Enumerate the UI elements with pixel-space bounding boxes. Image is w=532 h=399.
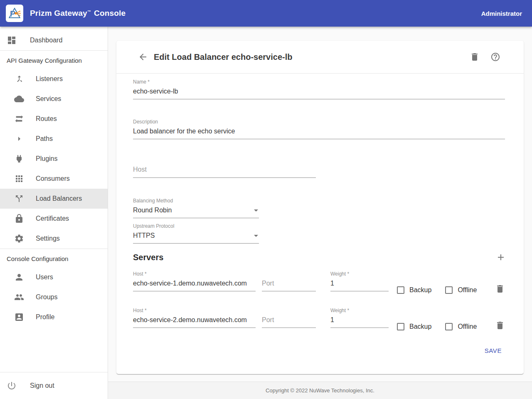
sidebar-item-label: Paths [36, 135, 53, 143]
backup-label: Backup [409, 286, 431, 294]
server-weight-label: Weight * [330, 271, 389, 277]
account-box-icon [14, 312, 24, 322]
sidebar-item-settings[interactable]: Settings [0, 229, 108, 249]
apps-grid-icon [14, 174, 24, 184]
server-row: Host * Weight * Backup [133, 271, 505, 291]
server-host-input[interactable] [133, 315, 256, 328]
gear-icon [14, 234, 24, 244]
sidebar-item-load-balancers[interactable]: Load Balancers [0, 189, 108, 209]
sidebar-item-label: Profile [36, 313, 54, 321]
server-row: Host * Weight * Backup [133, 308, 505, 328]
server-host-group: Host * [133, 308, 256, 328]
top-app-bar: P Prizm Gateway™Console Administrator [0, 0, 532, 27]
offline-checkbox[interactable] [445, 286, 453, 294]
sidebar-item-profile[interactable]: Profile [0, 307, 108, 327]
page-title: Edit Load Balancer echo-service-lb [154, 52, 470, 62]
sidebar-item-consumers[interactable]: Consumers [0, 169, 108, 189]
sidebar-item-label: Groups [36, 293, 57, 301]
sidebar-item-paths[interactable]: Paths [0, 129, 108, 149]
help-icon[interactable] [490, 52, 500, 62]
sidebar-item-certificates[interactable]: Certificates [0, 209, 108, 229]
cloud-icon [14, 94, 24, 104]
offline-checkbox-group: Offline [445, 286, 477, 294]
host-input[interactable] [133, 164, 316, 178]
sidebar-item-label: Settings [36, 235, 60, 242]
servers-section-header: Servers [133, 250, 505, 264]
sidebar-nav: Dashboard API Gateway Configuration List… [0, 27, 108, 399]
host-field-group [133, 164, 316, 178]
sidebar-item-dashboard[interactable]: Dashboard [0, 30, 108, 50]
offline-checkbox[interactable] [445, 323, 453, 330]
plug-icon [14, 154, 24, 164]
delete-server-icon[interactable] [495, 320, 505, 330]
copyright-text: Copyright © 2022 NuWave Technologies, In… [266, 387, 374, 394]
server-port-input[interactable] [262, 278, 316, 291]
backup-checkbox[interactable] [397, 323, 404, 330]
copyright-footer: Copyright © 2022 NuWave Technologies, In… [108, 382, 532, 399]
name-input[interactable] [133, 86, 505, 99]
balancing-method-field: Balancing Method Round Robin [133, 198, 259, 218]
sidebar-item-label: Services [36, 95, 61, 103]
arrow-right-icon [14, 134, 24, 144]
server-weight-input[interactable] [330, 278, 389, 291]
sidebar-item-label: Certificates [36, 215, 69, 222]
current-user-menu[interactable]: Administrator [481, 10, 522, 17]
description-input[interactable] [133, 126, 505, 139]
sign-out-button[interactable]: Sign out [0, 372, 108, 399]
sidebar-item-label: Dashboard [30, 37, 62, 44]
offline-label: Offline [458, 323, 477, 330]
server-port-group [262, 315, 316, 328]
load-balancer-form: Name * Description Balancing Method Roun… [116, 74, 524, 374]
offline-label: Offline [458, 286, 477, 294]
trademark-symbol: ™ [87, 10, 91, 14]
name-field-group: Name * [133, 79, 505, 99]
sidebar-item-label: Listeners [36, 75, 63, 83]
section-header-console-config: Console Configuration [0, 249, 108, 267]
upstream-protocol-field: Upstream Protocol HTTPS [133, 223, 259, 244]
server-weight-label: Weight * [330, 308, 389, 313]
app-title-brand: Prizm Gateway [30, 9, 87, 17]
people-icon [14, 292, 24, 302]
power-icon [7, 381, 17, 391]
save-button[interactable]: SAVE [481, 343, 505, 358]
prizm-logo: P [6, 5, 23, 22]
description-field-group: Description [133, 119, 505, 139]
upstream-protocol-label: Upstream Protocol [133, 223, 259, 229]
call-split-icon [14, 194, 24, 204]
server-port-input[interactable] [262, 315, 316, 328]
chevron-down-icon [251, 231, 261, 241]
upstream-protocol-select[interactable]: HTTPS [133, 231, 259, 244]
sidebar-item-listeners[interactable]: Listeners [0, 69, 108, 89]
sidebar-item-label: Consumers [36, 175, 70, 182]
sidebar-item-plugins[interactable]: Plugins [0, 149, 108, 169]
server-host-group: Host * [133, 271, 256, 291]
delete-server-icon[interactable] [495, 284, 505, 294]
server-host-label: Host * [133, 271, 256, 277]
prizm-logo-icon: P [7, 6, 22, 20]
balancing-method-select[interactable]: Round Robin [133, 205, 259, 218]
backup-checkbox[interactable] [397, 286, 404, 294]
sidebar-item-services[interactable]: Services [0, 89, 108, 109]
sidebar-item-routes[interactable]: Routes [0, 109, 108, 129]
backup-checkbox-group: Backup [397, 286, 431, 294]
app-window: P Prizm Gateway™Console Administrator Da… [0, 0, 532, 399]
description-label: Description [133, 119, 505, 125]
sidebar-item-groups[interactable]: Groups [0, 287, 108, 307]
sync-alt-icon [14, 114, 24, 124]
name-label: Name * [133, 79, 505, 85]
sidebar-item-users[interactable]: Users [0, 267, 108, 287]
add-server-icon[interactable] [496, 252, 506, 262]
server-host-input[interactable] [133, 278, 256, 291]
server-weight-input[interactable] [330, 315, 389, 328]
listeners-icon [14, 74, 24, 84]
person-icon [14, 272, 24, 282]
form-actions: SAVE [133, 343, 505, 358]
sidebar-item-label: Routes [36, 115, 57, 123]
servers-heading: Servers [133, 253, 496, 262]
server-port-group [262, 278, 316, 291]
balancing-method-label: Balancing Method [133, 198, 259, 204]
back-arrow-icon[interactable] [138, 52, 148, 62]
delete-load-balancer-icon[interactable] [470, 52, 480, 62]
svg-text:P: P [10, 9, 15, 18]
server-weight-group: Weight * [330, 308, 389, 328]
